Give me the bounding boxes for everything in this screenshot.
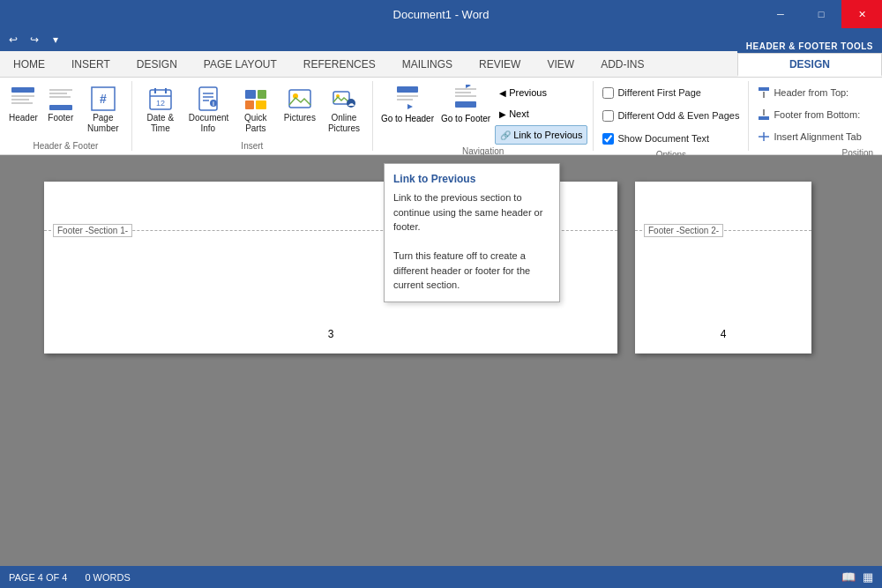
tooltip-body: Link to the previous section to continue… bbox=[393, 190, 550, 293]
show-doc-text-row: Show Document Text bbox=[599, 129, 713, 148]
svg-rect-3 bbox=[11, 102, 33, 104]
hf-tools-label: HEADER & FOOTER TOOLS bbox=[737, 40, 882, 53]
date-time-button[interactable]: 12 Date & Time bbox=[138, 83, 183, 139]
hf-group-content: Header Footer # bbox=[5, 83, 126, 139]
doc-info-button[interactable]: i Document Info bbox=[185, 83, 231, 139]
insert-group-content: 12 Date & Time i Document Info bbox=[138, 83, 367, 139]
go-buttons: Go to Header Go to Footer bbox=[378, 83, 493, 125]
title-text: Document1 - Word bbox=[393, 8, 490, 21]
footer-bottom-label: Footer from Bottom: bbox=[774, 109, 879, 120]
pictures-button[interactable]: Pictures bbox=[280, 83, 319, 139]
doc-info-icon: i bbox=[194, 85, 222, 113]
different-first-checkbox[interactable] bbox=[602, 87, 614, 99]
header-icon bbox=[9, 85, 37, 113]
svg-rect-15 bbox=[199, 87, 217, 110]
window-close-button[interactable]: ✕ bbox=[841, 0, 882, 28]
ribbon-tabs-row: HOME INSERT DESIGN PAGE LAYOUT REFERENCE… bbox=[0, 51, 882, 78]
svg-rect-36 bbox=[455, 95, 476, 97]
svg-text:☁: ☁ bbox=[348, 100, 355, 108]
ribbon-group-position: Header from Top: ▲ ▼ Footer from Bottom:… bbox=[749, 81, 882, 151]
footer-from-bottom-row: Footer from Bottom: ▲ ▼ bbox=[754, 105, 882, 124]
insert-alignment-row: Insert Alignment Tab bbox=[754, 127, 882, 146]
link-to-previous-button[interactable]: 🔗 Link to Previous bbox=[495, 125, 587, 145]
svg-rect-25 bbox=[289, 90, 310, 108]
page-number-button[interactable]: # Page Number bbox=[80, 83, 126, 139]
svg-rect-7 bbox=[49, 105, 72, 110]
insert-alignment-label: Insert Alignment Tab bbox=[774, 131, 879, 142]
svg-rect-31 bbox=[397, 86, 418, 93]
tab-hf-design[interactable]: DESIGN bbox=[737, 53, 882, 77]
footer-label-right: Footer -Section 2- bbox=[644, 224, 723, 237]
tab-add-ins[interactable]: ADD-INS bbox=[587, 51, 657, 77]
tab-mailings[interactable]: MAILINGS bbox=[389, 51, 466, 77]
go-header-icon bbox=[395, 85, 420, 114]
svg-rect-4 bbox=[49, 89, 72, 91]
previous-icon: ◀ bbox=[499, 88, 506, 98]
tab-page-layout[interactable]: PAGE LAYOUT bbox=[191, 51, 290, 77]
header-from-top-row: Header from Top: ▲ ▼ bbox=[754, 83, 882, 102]
page-number-left: 3 bbox=[328, 328, 334, 340]
tab-view[interactable]: VIEW bbox=[534, 51, 587, 77]
footer-button[interactable]: Footer bbox=[43, 83, 78, 139]
footer-label-left: Footer -Section 1- bbox=[53, 224, 132, 237]
svg-rect-33 bbox=[397, 99, 413, 100]
header-button[interactable]: Header bbox=[5, 83, 41, 139]
ribbon-group-insert: 12 Date & Time i Document Info bbox=[132, 81, 373, 151]
pictures-icon bbox=[286, 85, 314, 113]
pictures-label: Pictures bbox=[284, 113, 316, 123]
svg-rect-21 bbox=[245, 90, 256, 99]
go-footer-icon bbox=[453, 85, 478, 114]
tab-review[interactable]: REVIEW bbox=[466, 51, 534, 77]
nav-prev-next: ◀ Previous ▶ Next 🔗 Link to Previous bbox=[495, 83, 587, 145]
maximize-button[interactable]: □ bbox=[801, 0, 841, 28]
undo-button[interactable]: ↩ bbox=[4, 30, 23, 49]
minimize-button[interactable]: ─ bbox=[760, 0, 801, 28]
tab-references[interactable]: REFERENCES bbox=[290, 51, 389, 77]
tab-design[interactable]: DESIGN bbox=[123, 51, 191, 77]
next-button[interactable]: ▶ Next bbox=[495, 104, 587, 123]
tooltip-popup: Link to Previous Link to the previous se… bbox=[384, 163, 560, 302]
quick-parts-label: Quick Parts bbox=[236, 113, 275, 134]
tooltip-title: Link to Previous bbox=[393, 173, 550, 185]
date-time-label: Date & Time bbox=[141, 113, 180, 134]
svg-rect-0 bbox=[11, 87, 34, 93]
tab-home[interactable]: HOME bbox=[0, 51, 58, 77]
ribbon-group-header-footer: Header Footer # bbox=[0, 81, 132, 151]
previous-button[interactable]: ◀ Previous bbox=[495, 83, 587, 102]
svg-rect-24 bbox=[256, 100, 266, 109]
go-to-header-button[interactable]: Go to Header bbox=[378, 83, 437, 125]
previous-label: Previous bbox=[509, 87, 547, 98]
svg-rect-23 bbox=[245, 100, 254, 109]
online-pictures-label: Online Pictures bbox=[325, 113, 363, 134]
tab-insert[interactable]: INSERT bbox=[58, 51, 123, 77]
different-odd-even-label: Different Odd & Even Pages bbox=[617, 110, 739, 121]
go-to-footer-button[interactable]: Go to Footer bbox=[438, 83, 493, 125]
online-pictures-icon: ☁ bbox=[330, 85, 358, 113]
quick-parts-button[interactable]: Quick Parts bbox=[233, 83, 279, 139]
tooltip-line1: Link to the previous section to continue… bbox=[393, 190, 550, 234]
redo-button[interactable]: ↪ bbox=[25, 30, 44, 49]
window-controls: ─ □ ✕ bbox=[760, 0, 882, 28]
different-odd-even-checkbox[interactable] bbox=[602, 110, 614, 122]
footer-label: Footer bbox=[48, 113, 73, 123]
svg-rect-41 bbox=[759, 116, 769, 120]
date-time-icon: 12 bbox=[146, 85, 175, 113]
svg-rect-38 bbox=[759, 87, 769, 91]
svg-rect-6 bbox=[49, 96, 71, 98]
hf-tools-container: HEADER & FOOTER TOOLS DESIGN bbox=[737, 40, 882, 77]
footer-icon bbox=[47, 85, 75, 113]
page-number-label: Page Number bbox=[84, 113, 123, 134]
ribbon-group-options: Different First Page Different Odd & Eve… bbox=[594, 81, 749, 151]
svg-rect-22 bbox=[258, 90, 266, 99]
different-first-row: Different First Page bbox=[599, 83, 705, 102]
online-pictures-button[interactable]: ☁ Online Pictures bbox=[321, 83, 367, 139]
footer-pos-icon bbox=[758, 108, 770, 121]
title-bar: Document1 - Word ─ □ ✕ bbox=[0, 0, 882, 28]
show-doc-text-checkbox[interactable] bbox=[602, 133, 614, 145]
svg-text:#: # bbox=[100, 92, 107, 106]
page-right: Footer -Section 2- 4 bbox=[635, 182, 811, 354]
customize-button[interactable]: ▾ bbox=[46, 30, 65, 49]
link-icon: 🔗 bbox=[500, 130, 511, 140]
show-doc-text-label: Show Document Text bbox=[617, 133, 709, 144]
go-footer-label: Go to Footer bbox=[441, 114, 490, 123]
